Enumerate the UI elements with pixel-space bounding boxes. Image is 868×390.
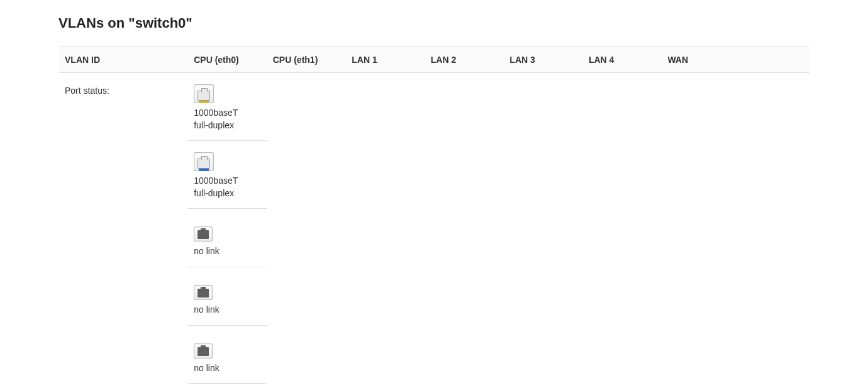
port-status-label: Port status:: [65, 84, 181, 98]
col-vlan-id: VLAN ID: [58, 47, 187, 73]
col-port: CPU (eth0): [187, 47, 267, 73]
page-title: VLANs on "switch0": [58, 15, 810, 31]
col-port: CPU (eth1): [267, 47, 346, 73]
col-port: LAN 1: [345, 47, 425, 73]
port-icon: [194, 343, 213, 359]
port-status-text: full-duplex: [194, 120, 234, 132]
port-icon: [194, 285, 213, 300]
port-icon: [194, 84, 214, 103]
port-status-cell: no link: [187, 267, 267, 326]
col-port: LAN 3: [503, 47, 582, 73]
col-port: LAN 2: [425, 47, 504, 73]
col-port: LAN 4: [582, 47, 662, 73]
port-status-text: 1000baseT: [194, 107, 238, 120]
port-status-cell: no link: [187, 209, 267, 267]
port-status-text: no link: [194, 245, 219, 258]
port-status-text: 1000baseT: [194, 175, 238, 187]
port-status-cell: no link: [187, 384, 267, 390]
port-status-text: no link: [194, 304, 219, 316]
port-status-text: full-duplex: [194, 187, 234, 200]
port-status-cell: 1000baseTfull-duplex: [187, 141, 267, 209]
vlan-table: VLAN IDCPU (eth0)CPU (eth1)LAN 1LAN 2LAN…: [58, 47, 810, 390]
port-icon: [194, 152, 214, 171]
col-port: WAN: [661, 47, 740, 73]
port-status-cell: 1000baseTfull-duplex: [187, 73, 267, 141]
port-status-cell: no link: [187, 326, 267, 384]
port-status-text: no link: [194, 362, 219, 375]
port-icon: [194, 226, 213, 242]
